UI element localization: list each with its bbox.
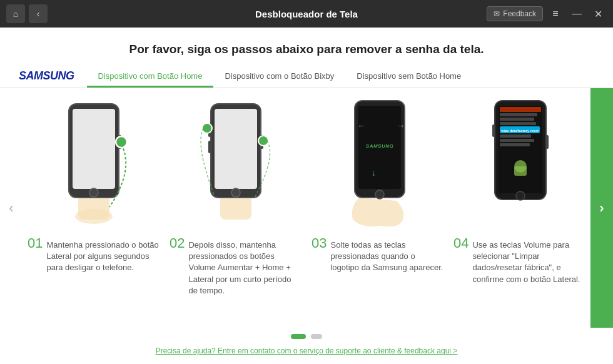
- svg-point-38: [516, 191, 525, 200]
- menu-button[interactable]: ≡: [547, 5, 564, 23]
- svg-rect-28: [500, 122, 536, 125]
- svg-text:→: →: [397, 121, 405, 131]
- support-link[interactable]: Precisa de ajuda? Entre em contato com o…: [156, 346, 458, 355]
- chevron-right-icon: ›: [599, 200, 604, 216]
- title-bar-left: ⌂ ‹: [6, 4, 48, 23]
- svg-rect-35: [514, 166, 527, 176]
- main-content: Por favor, siga os passos abaixo para re…: [0, 28, 613, 364]
- close-button[interactable]: ✕: [589, 5, 607, 23]
- svg-rect-26: [500, 113, 537, 116]
- svg-point-15: [258, 136, 268, 146]
- svg-rect-27: [500, 118, 534, 121]
- step-1: 01 Mantenha pressionado o botão Lateral …: [23, 94, 165, 328]
- footer-section: Precisa de ajuda? Entre em contato com o…: [0, 343, 613, 364]
- tab-home-btn[interactable]: Dispositivo com Botão Home: [87, 66, 214, 88]
- svg-rect-33: [500, 143, 530, 146]
- svg-point-6: [116, 136, 127, 148]
- step-1-number: 01 Mantenha pressionado o botão Lateral …: [28, 234, 160, 274]
- step-2-number: 02 Depois disso, mantenha pressionados o…: [170, 234, 301, 296]
- chevron-left-icon: ‹: [9, 200, 13, 216]
- title-bar: ⌂ ‹ Desbloqueador de Tela ✉ Feedback ≡ —…: [0, 0, 613, 28]
- step-1-phone: [53, 94, 134, 229]
- back-button[interactable]: ‹: [29, 4, 48, 23]
- svg-rect-31: [500, 134, 531, 138]
- svg-text:SAMSUNG: SAMSUNG: [365, 143, 393, 149]
- prev-arrow[interactable]: ‹: [0, 88, 23, 328]
- step-3-phone: SAMSUNG ← → ↓: [337, 94, 418, 229]
- pagination-dot-2[interactable]: [311, 334, 322, 339]
- envelope-icon: ✉: [494, 9, 500, 18]
- title-bar-right: ✉ Feedback ≡ — ✕: [487, 5, 607, 23]
- pagination: [0, 328, 613, 343]
- next-arrow[interactable]: ›: [590, 88, 613, 328]
- steps-container: 01 Mantenha pressionado o botão Lateral …: [23, 88, 590, 328]
- page-title-section: Por favor, siga os passos abaixo para re…: [0, 28, 613, 66]
- step-4-illustration: wipe data/factory reset: [479, 94, 560, 229]
- step-3-illustration: SAMSUNG ← → ↓: [337, 94, 418, 229]
- app-title: Desbloqueador de Tela: [255, 9, 358, 19]
- svg-rect-37: [546, 135, 549, 149]
- tabs-section: SAMSUNG Dispositivo com Botão Home Dispo…: [0, 66, 613, 88]
- svg-rect-32: [500, 139, 534, 142]
- step-2-phone: [195, 94, 276, 229]
- step-3: SAMSUNG ← → ↓ 03 Solte todas as teclas p…: [306, 94, 448, 328]
- svg-point-14: [202, 123, 212, 133]
- pagination-dot-1[interactable]: [291, 334, 306, 339]
- feedback-button[interactable]: ✉ Feedback: [487, 6, 543, 21]
- svg-point-10: [231, 188, 240, 197]
- svg-text:wipe data/factory reset: wipe data/factory reset: [500, 129, 539, 133]
- svg-rect-3: [73, 109, 115, 189]
- tab-bixby[interactable]: Dispositivo com o Botão Bixby: [213, 66, 345, 88]
- svg-point-22: [375, 190, 384, 199]
- svg-rect-36: [492, 124, 495, 137]
- svg-point-4: [89, 188, 98, 197]
- svg-rect-9: [215, 109, 257, 189]
- step-3-number: 03 Solte todas as teclas pressionadas qu…: [312, 234, 443, 274]
- svg-rect-25: [500, 107, 541, 112]
- step-4: wipe data/factory reset: [448, 94, 590, 328]
- step-1-illustration: [53, 94, 134, 229]
- page-title: Por favor, siga os passos abaixo para re…: [13, 43, 600, 56]
- tab-no-home[interactable]: Dispositivo sem Botão Home: [345, 66, 472, 88]
- svg-rect-12: [208, 141, 211, 153]
- steps-wrapper: ‹: [0, 88, 613, 328]
- home-button[interactable]: ⌂: [6, 4, 25, 23]
- svg-text:←: ←: [357, 121, 366, 131]
- step-2: 02 Depois disso, mantenha pressionados o…: [165, 94, 306, 328]
- svg-text:↓: ↓: [372, 168, 376, 178]
- step-2-illustration: [195, 94, 276, 229]
- minimize-button[interactable]: —: [568, 5, 585, 23]
- samsung-logo: SAMSUNG: [19, 69, 74, 88]
- step-4-number: 04 Use as teclas Volume para selecionar …: [453, 234, 585, 285]
- step-4-phone: wipe data/factory reset: [479, 94, 560, 229]
